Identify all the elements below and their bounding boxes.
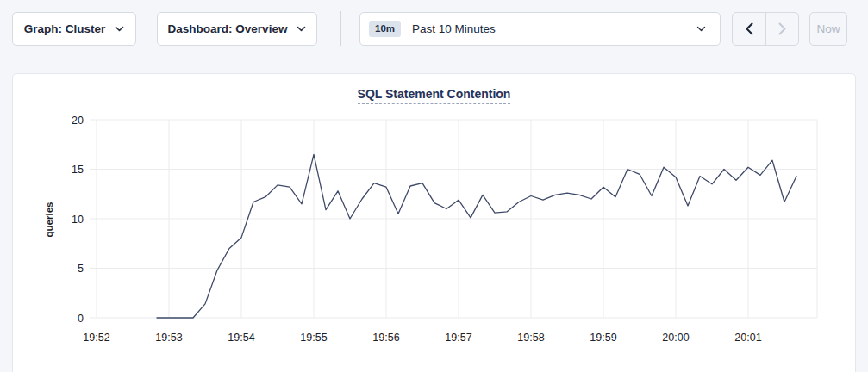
chart-card: SQL Statement Contention queries 0510152… <box>12 73 856 372</box>
x-tick-label: 19:59 <box>590 332 616 344</box>
y-tick-label: 15 <box>72 164 84 176</box>
dashboard-dropdown-label: Dashboard: Overview <box>168 22 288 35</box>
dashboard-dropdown[interactable]: Dashboard: Overview <box>157 12 317 46</box>
chevron-right-icon <box>778 22 786 35</box>
x-tick-label: 20:00 <box>662 332 689 344</box>
x-tick-label: 19:52 <box>83 332 109 344</box>
chevron-down-icon <box>115 26 124 32</box>
sql-contention-line-chart[interactable]: 0510152019:5219:5319:5419:5519:5619:5719… <box>13 74 857 372</box>
y-tick-label: 0 <box>78 313 84 325</box>
x-tick-label: 19:55 <box>300 332 327 344</box>
chevron-left-icon <box>746 22 753 35</box>
toolbar: Graph: Cluster Dashboard: Overview 10m P… <box>0 0 868 46</box>
x-tick-label: 20:01 <box>734 332 761 344</box>
prev-range-button[interactable] <box>733 13 765 45</box>
y-tick-label: 10 <box>72 214 84 226</box>
series-line-queries <box>157 154 796 318</box>
time-range-badge: 10m <box>369 21 401 38</box>
chevron-down-icon <box>696 26 706 32</box>
x-tick-label: 19:56 <box>372 332 399 344</box>
time-range-arrows <box>732 12 799 46</box>
next-range-button[interactable] <box>765 13 798 45</box>
now-button[interactable]: Now <box>809 12 847 46</box>
x-tick-label: 19:54 <box>228 332 254 344</box>
time-range-dropdown[interactable]: 10m Past 10 Minutes <box>359 12 721 46</box>
chevron-down-icon <box>297 26 306 32</box>
time-range-label: Past 10 Minutes <box>412 22 496 35</box>
x-tick-label: 19:58 <box>517 332 544 344</box>
y-tick-label: 20 <box>72 115 84 127</box>
y-tick-label: 5 <box>78 263 84 275</box>
graph-dropdown-label: Graph: Cluster <box>24 22 106 35</box>
x-tick-label: 19:57 <box>445 332 471 344</box>
x-tick-label: 19:53 <box>155 332 182 344</box>
graph-dropdown[interactable]: Graph: Cluster <box>12 12 136 46</box>
toolbar-divider <box>340 11 341 46</box>
